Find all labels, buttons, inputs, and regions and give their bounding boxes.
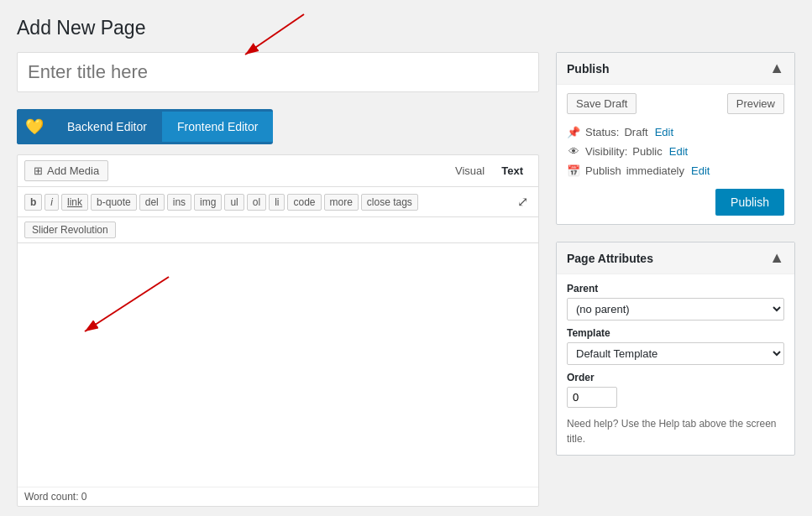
text-tab[interactable]: Text [493,161,532,180]
status-row: 📌 Status: Draft Edit [567,122,784,142]
expand-button[interactable]: ⤢ [514,192,532,211]
word-count-bar: Word count: 0 [18,487,538,506]
bquote-button[interactable]: b-quote [91,194,137,211]
help-text: Need help? Use the Help tab above the sc… [567,416,784,446]
schedule-label: Publish [585,164,621,177]
title-input[interactable] [17,52,539,92]
status-icon: 📌 [567,126,580,138]
bold-button[interactable]: b [24,194,42,211]
ol-button[interactable]: ol [247,194,266,211]
schedule-value: immediately [626,164,684,177]
backend-editor-button[interactable]: Backend Editor [52,112,162,142]
second-toolbar: Slider Revolution [18,217,538,243]
del-button[interactable]: del [139,194,165,211]
title-area [17,52,539,101]
more-button[interactable]: more [324,194,359,211]
page-attributes-panel-header[interactable]: Page Attributes ▲ [557,242,794,274]
italic-button[interactable]: i [45,194,59,211]
status-edit-link[interactable]: Edit [655,126,673,138]
publish-panel-title: Publish [567,62,610,76]
status-label: Status: [585,126,619,138]
schedule-icon: 📅 [567,164,580,177]
page-attributes-panel-toggle[interactable]: ▲ [769,249,784,267]
template-label: Template [567,327,784,339]
page-title: Add New Page [17,17,795,39]
link-button[interactable]: link [61,194,88,211]
view-tabs: Visual Text [447,161,532,180]
visibility-icon: 👁 [567,145,580,158]
word-count-label: Word count: [24,491,78,503]
word-count-value: 0 [81,491,87,503]
add-media-icon: ⊞ [34,164,43,177]
save-draft-button[interactable]: Save Draft [567,93,637,114]
content-area: 💛 Backend Editor Frontend Editor ⊞ Add M… [17,52,539,507]
template-select[interactable]: Default Template [567,342,784,365]
add-media-button[interactable]: ⊞ Add Media [24,160,108,181]
visibility-value: Public [632,145,662,158]
publish-btn-row: Publish [567,189,784,216]
svg-line-3 [85,277,169,331]
img-button[interactable]: img [194,194,222,211]
visibility-edit-link[interactable]: Edit [669,145,688,158]
ins-button[interactable]: ins [167,194,191,211]
order-input[interactable] [567,387,617,408]
publish-meta: 📌 Status: Draft Edit 👁 Visibility: Publi… [567,122,784,180]
publish-panel: Publish ▲ Save Draft Preview 📌 Status: D… [556,52,795,225]
order-label: Order [567,372,784,383]
preview-button[interactable]: Preview [727,93,784,114]
editor-icon: 💛 [25,117,44,136]
slider-revolution-button[interactable]: Slider Revolution [24,222,116,238]
visual-tab[interactable]: Visual [447,161,493,180]
visibility-row: 👁 Visibility: Public Edit [567,142,784,161]
li-button[interactable]: li [269,194,285,211]
code-button[interactable]: code [287,194,321,211]
editor-toggle: 💛 Backend Editor Frontend Editor [17,109,273,144]
schedule-row: 📅 Publish immediately Edit [567,161,784,180]
publish-panel-body: Save Draft Preview 📌 Status: Draft Edit … [557,85,794,224]
editor-box: ⊞ Add Media Visual Text b i link b-quote… [17,154,539,507]
page-attributes-panel-body: Parent (no parent) Template Default Temp… [557,274,794,455]
parent-label: Parent [567,283,784,294]
publish-actions: Save Draft Preview [567,93,784,114]
publish-panel-header[interactable]: Publish ▲ [557,53,794,85]
parent-select[interactable]: (no parent) [567,298,784,321]
sidebar: Publish ▲ Save Draft Preview 📌 Status: D… [556,52,795,472]
publish-button[interactable]: Publish [715,189,784,216]
visibility-label: Visibility: [585,145,627,158]
frontend-editor-button[interactable]: Frontend Editor [162,112,274,142]
page-attributes-panel-title: Page Attributes [567,252,653,265]
page-attributes-panel: Page Attributes ▲ Parent (no parent) Tem… [556,242,795,456]
ul-button[interactable]: ul [224,194,244,211]
publish-panel-toggle[interactable]: ▲ [769,60,784,77]
content-arrow [68,268,177,344]
status-value: Draft [624,126,647,138]
add-media-label: Add Media [47,164,99,177]
close-tags-button[interactable]: close tags [361,194,418,211]
format-buttons-row: b i link b-quote del ins img ul ol li co… [18,187,538,217]
editor-content[interactable] [18,243,538,487]
editor-toolbar-top: ⊞ Add Media Visual Text [18,155,538,187]
schedule-edit-link[interactable]: Edit [691,164,710,177]
editor-icon-box: 💛 [17,109,52,144]
